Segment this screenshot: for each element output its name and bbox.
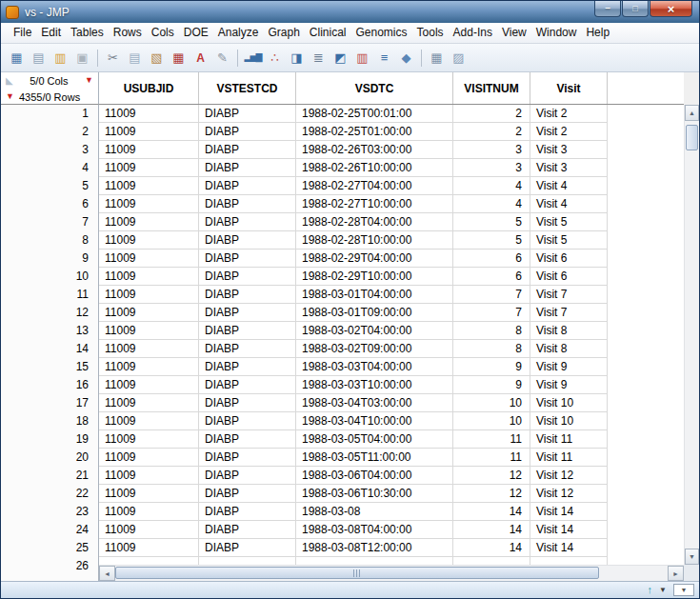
cell[interactable]: 4 (453, 195, 530, 213)
row-number[interactable]: 16 (1, 376, 98, 394)
menu-rows[interactable]: Rows (109, 23, 147, 43)
hierarchical-cluster-icon[interactable]: ≡ (373, 48, 395, 68)
distribution-icon[interactable]: ▂▅▇ (242, 48, 264, 68)
cell[interactable]: 8 (453, 322, 530, 340)
row-number[interactable]: 14 (1, 340, 98, 358)
cell[interactable]: 1988-03-06T10:30:00 (296, 485, 453, 503)
annotate-icon[interactable]: ✎ (211, 48, 233, 68)
cell[interactable] (453, 557, 530, 565)
row-number[interactable]: 22 (1, 485, 98, 503)
cell[interactable]: 11009 (99, 177, 199, 195)
cell[interactable]: 1988-03-02T09:00:00 (296, 340, 453, 358)
cell[interactable]: 6 (453, 250, 530, 268)
vertical-scrollbar-thumb[interactable] (686, 125, 698, 150)
cell[interactable]: DIABP (199, 467, 296, 485)
tabulate-icon[interactable]: ▦ (426, 48, 448, 68)
cell[interactable]: DIABP (199, 105, 296, 123)
cell[interactable]: 11009 (99, 268, 199, 286)
cell[interactable]: 5 (453, 213, 530, 231)
cell[interactable] (99, 557, 199, 565)
cell[interactable]: 1988-03-02T04:00:00 (296, 322, 453, 340)
cell[interactable]: 1988-03-04T03:00:00 (296, 394, 453, 412)
cell[interactable]: Visit 6 (530, 268, 608, 286)
menu-analyze[interactable]: Analyze (213, 23, 264, 43)
row-number[interactable]: 26 (1, 557, 98, 575)
cell-plot-icon[interactable]: ▥ (351, 48, 373, 68)
horizontal-scrollbar[interactable]: ◄ ► (99, 565, 684, 581)
table-properties-corner-icon[interactable]: ◣ (6, 76, 13, 86)
cell[interactable]: Visit 8 (530, 322, 608, 340)
cell[interactable]: Visit 9 (530, 376, 608, 394)
cell[interactable]: Visit 4 (530, 177, 608, 195)
menu-window[interactable]: Window (531, 23, 582, 43)
cell[interactable]: DIABP (199, 503, 296, 521)
title-bar[interactable]: vs - JMP – □ × (1, 1, 699, 23)
cell[interactable]: 3 (453, 141, 530, 159)
cell[interactable]: DIABP (199, 358, 296, 376)
cell[interactable]: DIABP (199, 412, 296, 430)
fit-y-by-x-icon[interactable]: ∴ (264, 48, 286, 68)
cell[interactable]: 1988-03-08T12:00:00 (296, 539, 453, 557)
menu-genomics[interactable]: Genomics (351, 23, 412, 43)
cell[interactable]: 11009 (99, 141, 199, 159)
scatterplot-3d-icon[interactable]: ◆ (395, 48, 417, 68)
cell[interactable] (530, 557, 608, 565)
row-number[interactable]: 10 (1, 268, 98, 286)
pdf-export-icon[interactable]: A (190, 48, 211, 68)
menu-file[interactable]: File (9, 23, 36, 43)
cell[interactable]: 8 (453, 340, 530, 358)
cell[interactable]: 1988-02-29T04:00:00 (296, 250, 453, 268)
cell[interactable]: 11009 (99, 467, 199, 485)
row-number[interactable]: 1 (1, 105, 98, 123)
cell[interactable]: 11009 (99, 394, 199, 412)
cell[interactable]: 11009 (99, 503, 199, 521)
cell[interactable]: Visit 10 (530, 412, 608, 430)
row-number[interactable]: 8 (1, 231, 98, 250)
cell[interactable]: DIABP (199, 123, 296, 141)
cell[interactable]: 11009 (99, 105, 199, 123)
cell[interactable]: Visit 10 (530, 394, 608, 412)
menu-edit[interactable]: Edit (36, 23, 66, 43)
row-number[interactable]: 15 (1, 358, 98, 376)
cell[interactable]: Visit 2 (530, 123, 608, 141)
cell[interactable]: 11009 (99, 231, 199, 250)
cell[interactable]: DIABP (199, 449, 296, 467)
menu-clinical[interactable]: Clinical (305, 23, 351, 43)
new-data-table-icon[interactable]: ▦ (6, 48, 28, 68)
cell[interactable]: 1988-02-28T10:00:00 (296, 231, 453, 250)
cell[interactable]: Visit 6 (530, 250, 608, 268)
cell[interactable]: 11009 (99, 340, 199, 358)
cell[interactable]: 11009 (99, 195, 199, 213)
cell[interactable]: 3 (453, 159, 530, 177)
cell[interactable]: 11009 (99, 304, 199, 322)
cell[interactable]: 1988-03-08T04:00:00 (296, 521, 453, 539)
maximize-button[interactable]: □ (622, 1, 649, 17)
cell[interactable]: DIABP (199, 376, 296, 394)
cell[interactable]: DIABP (199, 394, 296, 412)
cell[interactable]: 11009 (99, 322, 199, 340)
horizontal-scrollbar-thumb[interactable] (115, 567, 599, 579)
cell[interactable]: DIABP (199, 304, 296, 322)
row-number[interactable]: 20 (1, 449, 98, 467)
column-header-vsdtc[interactable]: VSDTC (296, 72, 453, 104)
cell[interactable]: 11009 (99, 286, 199, 304)
cell[interactable]: DIABP (199, 322, 296, 340)
cell[interactable]: 1988-03-03T10:00:00 (296, 376, 453, 394)
cell[interactable]: DIABP (199, 213, 296, 231)
row-number[interactable]: 18 (1, 412, 98, 430)
menu-doe[interactable]: DOE (179, 23, 213, 43)
cell[interactable]: DIABP (199, 340, 296, 358)
rows-red-triangle-menu-icon[interactable]: ▼ (6, 92, 14, 101)
cell[interactable]: 1988-03-06T04:00:00 (296, 467, 453, 485)
cell[interactable]: 11009 (99, 539, 199, 557)
scroll-left-button[interactable]: ◄ (99, 566, 115, 581)
cell[interactable]: 1988-02-27T04:00:00 (296, 177, 453, 195)
cut-icon[interactable]: ✂ (102, 48, 124, 68)
row-number[interactable]: 9 (1, 250, 98, 268)
row-number[interactable]: 12 (1, 304, 98, 322)
cell[interactable]: 1988-02-29T10:00:00 (296, 268, 453, 286)
cell[interactable]: 11009 (99, 412, 199, 430)
multivariate-icon[interactable]: ◩ (330, 48, 351, 68)
row-number[interactable]: 21 (1, 467, 98, 485)
cell[interactable]: DIABP (199, 231, 296, 250)
